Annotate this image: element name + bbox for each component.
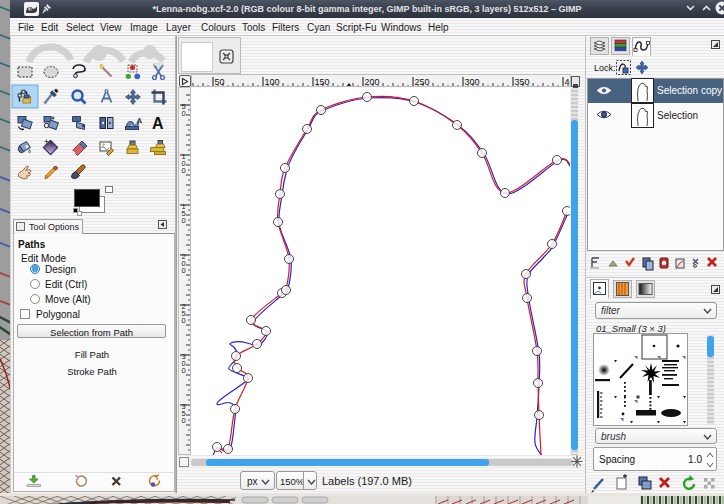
svg-text:400: 400 <box>565 77 572 87</box>
svg-text:350: 350 <box>515 77 530 87</box>
svg-text:0: 0 <box>182 316 186 325</box>
svg-text:0: 0 <box>182 109 186 118</box>
svg-text:0: 0 <box>182 216 186 225</box>
svg-text:50: 50 <box>215 77 225 87</box>
svg-text:100: 100 <box>265 77 280 87</box>
svg-text:200: 200 <box>365 77 380 87</box>
svg-text:0: 0 <box>182 166 186 175</box>
svg-text:250: 250 <box>415 77 430 87</box>
svg-text:300: 300 <box>465 77 480 87</box>
svg-text:4: 4 <box>182 452 186 455</box>
svg-text:A: A <box>152 115 164 132</box>
svg-text:0: 0 <box>182 416 186 425</box>
svg-text:0: 0 <box>182 366 186 375</box>
svg-text:150: 150 <box>315 77 330 87</box>
svg-text:0: 0 <box>182 266 186 275</box>
